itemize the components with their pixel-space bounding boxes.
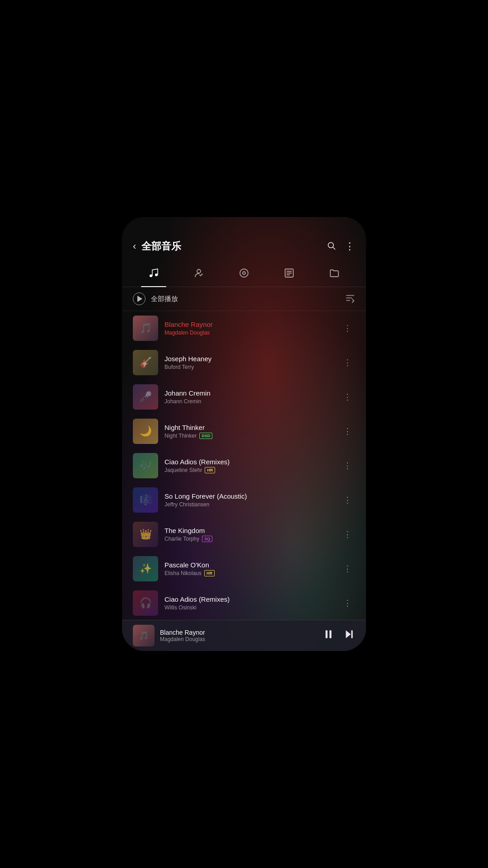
song-info: Blanche Raynor Magdalen Douglas <box>164 321 333 336</box>
song-artist: Charlie Torphy <box>164 536 199 542</box>
song-info: Ciao Adios (Remixes) Willis Osinski <box>164 595 333 611</box>
album-art: 🎵 <box>133 316 158 341</box>
list-item[interactable]: 👑 The Kingdom Charlie Torphy SQ ⋮ <box>122 517 366 552</box>
song-meta: Elisha Nikolaus HR <box>164 570 333 576</box>
more-options-button[interactable]: ⋮ <box>340 321 355 335</box>
now-playing-info: Blanche Raynor Magdalen Douglas <box>160 629 317 642</box>
list-item[interactable]: 🎧 Ciao Adios (Remixes) Willis Osinski ⋮ <box>122 586 366 620</box>
more-options-button[interactable]: ⋮ <box>340 596 355 610</box>
more-options-button[interactable]: ⋮ <box>340 459 355 472</box>
svg-rect-15 <box>329 630 331 638</box>
song-info: Night Thinker Night Thinker DSD <box>164 424 333 439</box>
list-item[interactable]: ✨ Pascale O'Kon Elisha Nikolaus HR ⋮ <box>122 552 366 586</box>
header-actions: ⋮ <box>327 241 355 252</box>
song-artist: Elisha Nikolaus <box>164 570 202 576</box>
svg-point-6 <box>243 272 245 274</box>
search-icon[interactable] <box>327 241 336 252</box>
main-content: ‹ 全部音乐 ⋮ <box>122 217 366 651</box>
more-options-button[interactable]: ⋮ <box>340 425 355 438</box>
song-title: Blanche Raynor <box>164 321 333 328</box>
list-item[interactable]: 🎤 Johann Cremin Johann Cremin ⋮ <box>122 380 366 414</box>
quality-badge-dsd: DSD <box>199 433 212 439</box>
song-info: So Long Forever (Acoustic) Jeffry Christ… <box>164 492 333 508</box>
song-meta: Willis Osinski <box>164 604 333 611</box>
list-item[interactable]: 🎸 Joseph Heaney Buford Terry ⋮ <box>122 345 366 380</box>
song-title: Pascale O'Kon <box>164 561 333 569</box>
svg-rect-17 <box>351 630 352 638</box>
now-playing-artist: Magdalen Douglas <box>160 636 317 642</box>
tab-songs[interactable] <box>133 264 174 285</box>
sort-icon[interactable] <box>345 293 355 305</box>
quality-badge-hr: HR <box>204 570 215 576</box>
song-title: Night Thinker <box>164 424 333 431</box>
more-menu-icon[interactable]: ⋮ <box>345 241 355 252</box>
tab-folders[interactable] <box>314 264 355 285</box>
now-playing-title: Blanche Raynor <box>160 629 317 636</box>
more-options-button[interactable]: ⋮ <box>340 390 355 404</box>
tab-artists[interactable] <box>178 264 220 285</box>
svg-point-3 <box>155 274 158 276</box>
pause-button[interactable] <box>323 628 334 643</box>
phone-frame: ‹ 全部音乐 ⋮ <box>122 217 366 651</box>
more-options-button[interactable]: ⋮ <box>340 356 355 369</box>
play-all-bar: 全部播放 <box>122 287 366 311</box>
song-artist: Johann Cremin <box>164 398 201 405</box>
song-artist: Magdalen Douglas <box>164 330 210 336</box>
next-button[interactable] <box>343 628 355 643</box>
song-artist: Willis Osinski <box>164 604 197 611</box>
song-title: Ciao Adios (Remixes) <box>164 458 333 466</box>
tab-playlists[interactable] <box>268 264 310 285</box>
song-meta: Jaqueline Stehr HR <box>164 467 333 473</box>
svg-marker-16 <box>346 630 351 638</box>
tab-albums[interactable] <box>223 264 265 285</box>
playlist-icon <box>284 268 295 281</box>
song-meta: Night Thinker DSD <box>164 433 333 439</box>
back-button[interactable]: ‹ <box>133 241 136 252</box>
song-info: The Kingdom Charlie Torphy SQ <box>164 527 333 542</box>
svg-point-2 <box>150 274 152 277</box>
song-artist: Jaqueline Stehr <box>164 467 202 473</box>
list-item[interactable]: 🎵 Blanche Raynor Magdalen Douglas ⋮ <box>122 311 366 345</box>
song-title: Johann Cremin <box>164 389 333 397</box>
now-playing-bar[interactable]: 🎵 Blanche Raynor Magdalen Douglas <box>122 620 366 651</box>
album-art: 🎶 <box>133 453 158 478</box>
song-meta: Johann Cremin <box>164 398 333 405</box>
more-options-button[interactable]: ⋮ <box>340 562 355 576</box>
tab-bar <box>122 260 366 287</box>
song-info: Ciao Adios (Remixes) Jaqueline Stehr HR <box>164 458 333 473</box>
svg-point-5 <box>240 269 248 277</box>
song-artist: Buford Terry <box>164 364 194 370</box>
svg-rect-14 <box>326 630 328 638</box>
svg-point-4 <box>197 269 201 273</box>
playback-controls <box>323 628 355 643</box>
song-info: Joseph Heaney Buford Terry <box>164 355 333 370</box>
song-title: So Long Forever (Acoustic) <box>164 492 333 500</box>
play-all-label: 全部播放 <box>151 295 340 303</box>
page-title: 全部音乐 <box>141 240 321 253</box>
song-meta: Magdalen Douglas <box>164 330 333 336</box>
album-art: 🎤 <box>133 384 158 410</box>
song-meta: Buford Terry <box>164 364 333 370</box>
song-meta: Jeffry Christiansen <box>164 501 333 508</box>
list-item[interactable]: 🎶 Ciao Adios (Remixes) Jaqueline Stehr H… <box>122 448 366 483</box>
now-playing-art: 🎵 <box>133 625 155 646</box>
album-art: 🎧 <box>133 590 158 616</box>
list-item[interactable]: 🎼 So Long Forever (Acoustic) Jeffry Chri… <box>122 483 366 517</box>
album-art: 👑 <box>133 522 158 547</box>
song-title: Ciao Adios (Remixes) <box>164 595 333 603</box>
quality-badge-hr: HR <box>205 467 215 473</box>
album-art: 🎸 <box>133 350 158 375</box>
play-all-button[interactable] <box>133 292 145 305</box>
album-art: 🎼 <box>133 487 158 513</box>
header: ‹ 全部音乐 ⋮ <box>122 217 366 260</box>
album-art: 🌙 <box>133 419 158 444</box>
song-meta: Charlie Torphy SQ <box>164 536 333 542</box>
more-options-button[interactable]: ⋮ <box>340 493 355 507</box>
list-item[interactable]: 🌙 Night Thinker Night Thinker DSD ⋮ <box>122 414 366 448</box>
music-note-icon <box>148 268 159 281</box>
song-title: Joseph Heaney <box>164 355 333 363</box>
svg-line-1 <box>333 247 335 249</box>
more-options-button[interactable]: ⋮ <box>340 528 355 541</box>
folder-icon <box>329 268 340 281</box>
album-icon <box>239 268 249 281</box>
